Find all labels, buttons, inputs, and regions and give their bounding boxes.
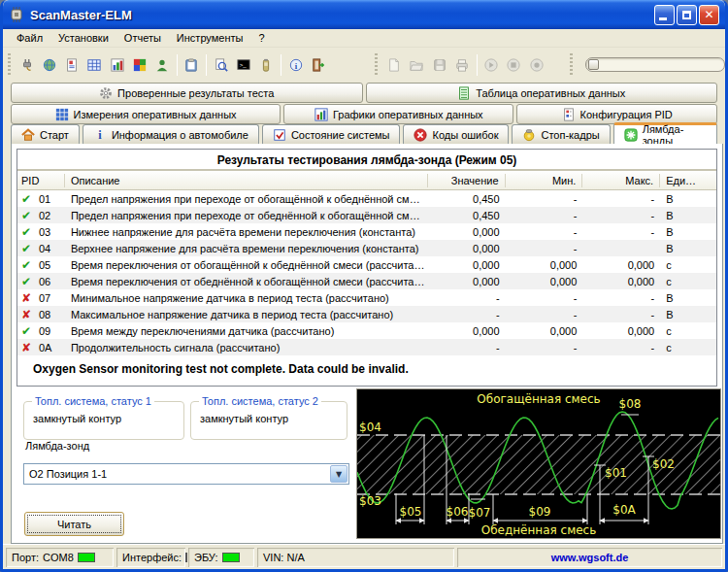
report-button[interactable] xyxy=(60,53,83,77)
table-row[interactable]: ✔09Время между переключениями датчика (р… xyxy=(17,322,716,339)
play-button[interactable] xyxy=(480,53,503,77)
max-cell: - xyxy=(582,342,660,353)
user-button[interactable] xyxy=(151,53,174,77)
system-check-icon xyxy=(273,128,286,142)
interface-led xyxy=(185,553,187,562)
slider-thumb[interactable] xyxy=(588,59,599,70)
progress-slider[interactable] xyxy=(585,57,725,72)
cross-icon: ✘ xyxy=(21,308,35,321)
table-row[interactable]: ✔05Время переключения от обогащённой к о… xyxy=(17,256,716,273)
menu-reports[interactable]: Отчеты xyxy=(116,30,169,46)
svg-text:i: i xyxy=(98,128,102,142)
tab-freeze-frames[interactable]: Стоп-кадры xyxy=(512,124,610,144)
info-button[interactable]: i xyxy=(284,53,307,77)
live-grid-button[interactable] xyxy=(83,53,106,77)
tab-label: Стоп-кадры xyxy=(541,129,599,141)
tab-vehicle-info[interactable]: i Информация о автомобиле xyxy=(83,124,259,144)
unit-cell: с xyxy=(660,342,716,353)
tab-lambda-sensors[interactable]: Лямбда-зонды xyxy=(613,122,717,144)
rich-mixture-label: Обогащённая смесь xyxy=(477,392,600,406)
save-file-button[interactable] xyxy=(428,53,450,77)
table-row[interactable]: ✔03Нижнее напряжение для расчёта времени… xyxy=(17,223,716,240)
maximize-button[interactable] xyxy=(677,5,697,25)
tab-system-status[interactable]: Состояние системы xyxy=(262,124,401,144)
fuel-system-1-status: замкнутый контур xyxy=(33,413,121,424)
terminal-button[interactable]: >_ xyxy=(232,53,254,77)
marker-08: $08 xyxy=(619,397,642,411)
globe-icon xyxy=(43,58,56,72)
marker-02: $02 xyxy=(652,457,675,471)
lambda-sensor-select[interactable]: O2 Позиция 1-1 ▼ xyxy=(23,463,349,485)
max-cell: 0,000 xyxy=(582,259,660,271)
toolbar-grip[interactable] xyxy=(569,53,574,77)
max-cell: - xyxy=(582,309,660,320)
marker-06: $06 xyxy=(447,505,469,519)
stop-button[interactable] xyxy=(503,53,525,77)
listview-header: PID Описание Значение Мин. Макс. Еди… xyxy=(17,171,716,190)
minimize-button[interactable] xyxy=(654,5,675,25)
link-panel: www.wgsoft.de xyxy=(457,548,722,567)
col-pid[interactable]: PID xyxy=(17,174,65,187)
table-row[interactable]: ✔01Предел напряжения при переходе от обо… xyxy=(17,190,716,207)
tab-error-codes[interactable]: Коды ошибок xyxy=(403,124,509,144)
max-cell: 0,000 xyxy=(582,325,660,337)
pid-value: 07 xyxy=(39,292,50,304)
oxygen-sensor-scope: Обогащённая смесь Обеднённая смесь $04 $… xyxy=(356,388,721,539)
description-cell: Максимальное напряжение датчика в период… xyxy=(65,309,428,320)
battery-button[interactable] xyxy=(255,53,278,77)
tab-live-graphs[interactable]: Графики оперативных данных xyxy=(283,104,513,124)
marker-03: $03 xyxy=(359,494,381,508)
menu-tools[interactable]: Инструменты xyxy=(169,30,251,46)
tab-live-measurements[interactable]: Измерения оперативных данных xyxy=(11,104,281,124)
tab-start[interactable]: Старт xyxy=(11,124,80,144)
exit-button[interactable] xyxy=(307,53,329,77)
clipboard-button[interactable] xyxy=(181,53,203,77)
tab-live-data-table[interactable]: Таблица оперативных данных xyxy=(366,83,718,103)
website-link[interactable]: www.wgsoft.de xyxy=(551,552,629,563)
connect-button[interactable] xyxy=(16,53,38,77)
menu-file[interactable]: Файл xyxy=(9,30,50,46)
new-file-button[interactable] xyxy=(382,53,405,77)
clipboard-icon xyxy=(184,58,198,72)
read-button[interactable]: Читать xyxy=(24,512,124,536)
col-min[interactable]: Мин. xyxy=(506,174,583,187)
toolbar-grip[interactable] xyxy=(375,53,380,77)
marker-01: $01 xyxy=(605,466,627,480)
description-cell: Время переключения от обеднённой к обога… xyxy=(65,276,428,287)
title-bar[interactable]: ScanMaster-ELM ✕ xyxy=(3,0,725,29)
pid-value: 02 xyxy=(39,210,50,221)
open-file-button[interactable] xyxy=(406,53,428,77)
record-icon xyxy=(530,58,544,72)
globe-button[interactable] xyxy=(38,53,60,77)
tab-pid-config[interactable]: Конфигурация PID xyxy=(516,104,717,124)
min-cell: - xyxy=(506,292,583,304)
toolbar-grip[interactable] xyxy=(7,53,12,77)
menu-help[interactable]: ? xyxy=(250,30,272,46)
table-row[interactable]: ✔06Время переключения от обеднённой к об… xyxy=(17,273,716,289)
live-chart-button[interactable] xyxy=(106,53,128,77)
chart-icon xyxy=(314,108,328,121)
col-max[interactable]: Макс. xyxy=(582,174,660,187)
close-button[interactable]: ✕ xyxy=(699,5,719,25)
pid-value: 09 xyxy=(39,325,50,337)
search-button[interactable] xyxy=(210,53,232,77)
chevron-down-icon[interactable]: ▼ xyxy=(330,465,347,483)
tab-tested-results[interactable]: Проверенные результаты теста xyxy=(11,83,363,103)
table-row[interactable]: ✘08Максимальное напряжение датчика в пер… xyxy=(17,306,716,322)
menu-settings[interactable]: Установки xyxy=(50,30,116,46)
table-row[interactable]: ✔04Верхнее напряжение для расчёта времен… xyxy=(17,240,716,256)
table-row[interactable]: ✘07Минимальное напряжение датчика в пери… xyxy=(17,289,716,306)
port-label: Порт: xyxy=(12,552,39,563)
tab-label: Старт xyxy=(40,129,69,141)
window-colors-button[interactable] xyxy=(128,53,150,77)
table-row[interactable]: ✘0AПродолжительность сигнала (рассчитано… xyxy=(17,339,716,355)
col-unit[interactable]: Еди… xyxy=(660,174,716,187)
record-button[interactable] xyxy=(525,53,547,77)
col-value[interactable]: Значение xyxy=(428,174,506,187)
fuel-system-2-group: Топл. система, статус 2 замкнутый контур xyxy=(190,401,347,440)
print-button[interactable] xyxy=(450,53,473,77)
tab-label: Графики оперативных данных xyxy=(333,109,483,120)
col-description[interactable]: Описание xyxy=(65,174,428,187)
min-cell: - xyxy=(506,193,583,205)
table-row[interactable]: ✔02Предел напряжения при переходе от обе… xyxy=(17,207,716,223)
